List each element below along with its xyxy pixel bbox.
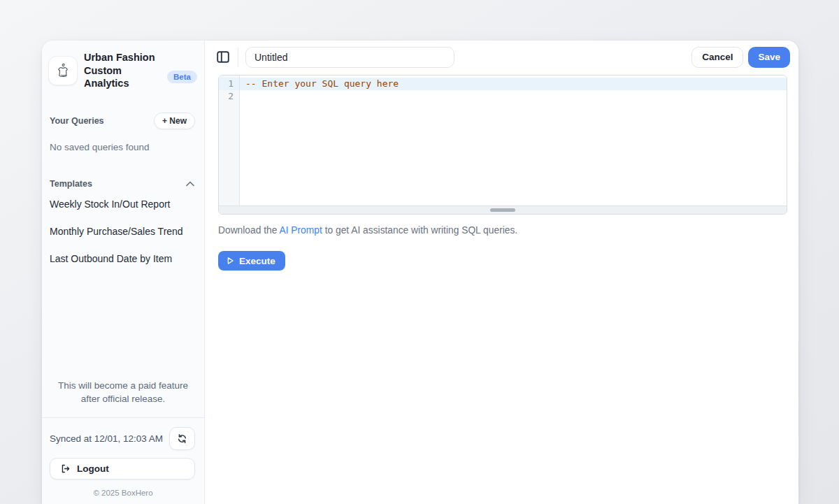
logout-label: Logout — [77, 463, 109, 474]
ai-prompt-text-before: Download the — [218, 225, 279, 236]
new-query-button[interactable]: + New — [154, 113, 195, 129]
execute-button[interactable]: Execute — [218, 251, 285, 271]
play-icon — [225, 256, 235, 266]
app-title-line1: Urban Fashion — [84, 51, 197, 64]
paid-feature-note: This will become a paid feature after of… — [52, 379, 194, 405]
editor-resize-handle[interactable] — [490, 208, 515, 212]
sync-status-text: Synced at 12/01, 12:03 AM — [50, 433, 163, 444]
template-item-monthly-trend[interactable]: Monthly Purchase/Sales Trend — [42, 219, 204, 243]
templates-section-header[interactable]: Templates — [42, 152, 204, 189]
copyright-text: © 2025 BoxHero — [42, 480, 204, 504]
toolbar-divider — [238, 48, 238, 67]
cancel-button[interactable]: Cancel — [691, 47, 743, 68]
logout-button[interactable]: Logout — [50, 458, 195, 480]
logout-icon — [60, 463, 71, 474]
chevron-up-icon[interactable] — [186, 181, 194, 187]
line-number: 1 — [219, 78, 239, 90]
query-title-input[interactable] — [245, 47, 454, 68]
sql-comment-line: -- Enter your SQL query here — [245, 78, 399, 89]
editor-resize-strip — [219, 206, 787, 214]
panel-toggle-icon — [217, 51, 229, 63]
sql-editor: 1 2 -- Enter your SQL query here — [218, 75, 787, 215]
execute-label: Execute — [239, 256, 275, 266]
template-item-weekly-stock[interactable]: Weekly Stock In/Out Report — [42, 192, 204, 216]
beta-badge: Beta — [167, 71, 197, 84]
templates-header-label: Templates — [50, 179, 92, 189]
line-number: 2 — [219, 90, 239, 103]
queries-header-label: Your Queries — [50, 116, 104, 126]
ai-prompt-text-after: to get AI assistance with writing SQL qu… — [322, 225, 517, 236]
app-title: Urban Fashion Custom Analytics Beta — [84, 51, 197, 90]
queries-empty-state: No saved queries found — [42, 129, 204, 152]
editor-toolbar: Cancel Save — [205, 41, 798, 73]
editor-code-area[interactable]: -- Enter your SQL query here — [240, 75, 787, 206]
app-header: Urban Fashion Custom Analytics Beta — [42, 41, 204, 96]
template-item-last-outbound[interactable]: Last Outbound Date by Item — [42, 247, 204, 271]
sync-status-row: Synced at 12/01, 12:03 AM — [42, 418, 204, 450]
editor-line-numbers: 1 2 — [219, 75, 240, 206]
app-logo-icon — [54, 62, 72, 80]
ai-prompt-hint: Download the AI Prompt to get AI assista… — [218, 225, 784, 236]
sidebar-toggle-button[interactable] — [214, 48, 232, 66]
app-window: Urban Fashion Custom Analytics Beta Your… — [42, 41, 798, 504]
sidebar: Urban Fashion Custom Analytics Beta Your… — [42, 41, 205, 504]
main-panel: Cancel Save 1 2 -- Enter your SQL query … — [205, 41, 798, 504]
app-title-line2: Custom Analytics — [84, 64, 162, 90]
queries-section-header: Your Queries + New — [42, 96, 204, 129]
app-logo — [48, 56, 78, 85]
save-button[interactable]: Save — [748, 47, 790, 68]
ai-prompt-link[interactable]: AI Prompt — [279, 225, 322, 236]
refresh-icon — [177, 433, 187, 444]
refresh-button[interactable] — [169, 427, 195, 450]
